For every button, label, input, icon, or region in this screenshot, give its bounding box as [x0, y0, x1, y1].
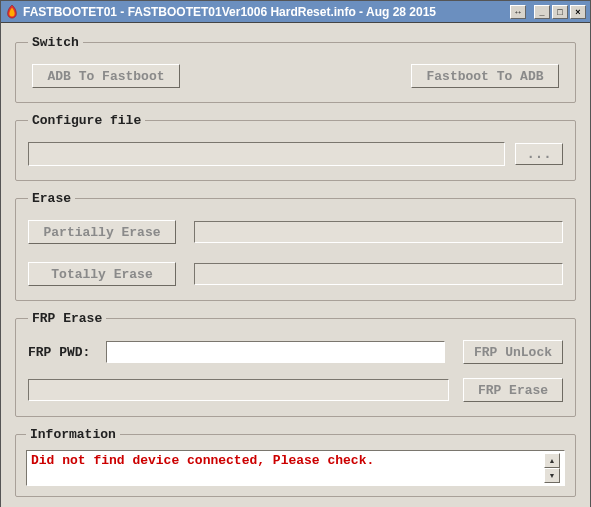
frp-pwd-label: FRP PWD: [28, 345, 98, 360]
information-text: Did not find device connected, Please ch… [31, 453, 544, 483]
info-scroll-spinner[interactable]: ▲ ▼ [544, 453, 560, 483]
configure-file-group: Configure file ... [15, 113, 576, 181]
adb-to-fastboot-button[interactable]: ADB To Fastboot [32, 64, 180, 88]
frp-erase-button[interactable]: FRP Erase [463, 378, 563, 402]
titlebar[interactable]: FASTBOOTET01 - FASTBOOTET01Ver1006 HardR… [1, 1, 590, 23]
maximize-button[interactable]: □ [552, 5, 568, 19]
information-box: Did not find device connected, Please ch… [26, 450, 565, 486]
fastboot-to-adb-button[interactable]: Fastboot To ADB [411, 64, 559, 88]
spin-down-icon[interactable]: ▼ [544, 468, 560, 483]
window-title: FASTBOOTET01 - FASTBOOTET01Ver1006 HardR… [23, 5, 510, 19]
app-window: FASTBOOTET01 - FASTBOOTET01Ver1006 HardR… [0, 0, 591, 507]
erase-legend: Erase [28, 191, 75, 206]
titlebar-buttons: ↔ _ □ × [510, 5, 586, 19]
app-icon [5, 5, 19, 19]
frp-erase-group: FRP Erase FRP PWD: FRP UnLock FRP Erase [15, 311, 576, 417]
information-legend: Information [26, 427, 120, 442]
frp-erase-legend: FRP Erase [28, 311, 106, 326]
spin-up-icon[interactable]: ▲ [544, 453, 560, 468]
frp-unlock-button[interactable]: FRP UnLock [463, 340, 563, 364]
switch-legend: Switch [28, 35, 83, 50]
pin-button[interactable]: ↔ [510, 5, 526, 19]
close-button[interactable]: × [570, 5, 586, 19]
partial-erase-status [194, 221, 563, 243]
config-path-field[interactable] [28, 142, 505, 166]
switch-group: Switch ADB To Fastboot Fastboot To ADB [15, 35, 576, 103]
window-body: Switch ADB To Fastboot Fastboot To ADB C… [1, 23, 590, 507]
minimize-button[interactable]: _ [534, 5, 550, 19]
frp-pwd-input[interactable] [106, 341, 445, 363]
browse-button[interactable]: ... [515, 143, 563, 165]
total-erase-status [194, 263, 563, 285]
information-group: Information Did not find device connecte… [15, 427, 576, 497]
totally-erase-button[interactable]: Totally Erase [28, 262, 176, 286]
configure-file-legend: Configure file [28, 113, 145, 128]
erase-group: Erase Partially Erase Totally Erase [15, 191, 576, 301]
partially-erase-button[interactable]: Partially Erase [28, 220, 176, 244]
frp-status-field [28, 379, 449, 401]
